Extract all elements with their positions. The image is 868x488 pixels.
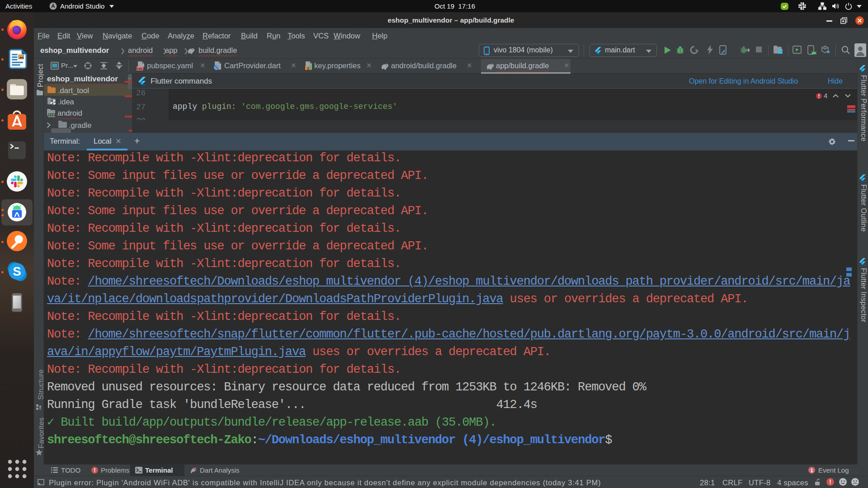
svg-text:YML: YML — [137, 67, 144, 71]
svg-text:S: S — [13, 264, 21, 278]
svg-text:1: 1 — [810, 468, 813, 473]
